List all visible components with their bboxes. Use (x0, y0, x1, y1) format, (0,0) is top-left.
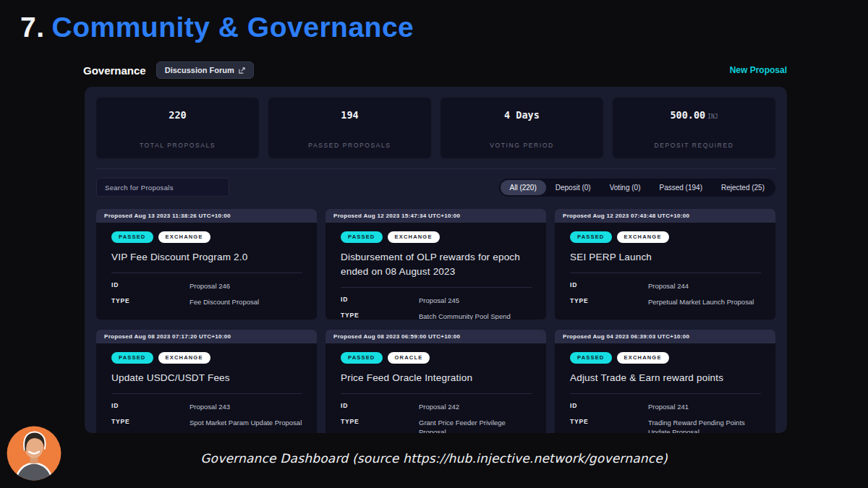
controls-row: All (220) Deposit (0) Voting (0) Passed … (96, 178, 775, 197)
proposal-card[interactable]: Proposed Aug 12 2023 07:43:48 UTC+10:00 … (555, 209, 775, 320)
status-badge: PASSED (570, 352, 612, 364)
divider (96, 168, 775, 169)
tab-rejected[interactable]: Rejected (25) (712, 180, 774, 195)
stat-value: 500.00 (670, 109, 705, 121)
proposal-card[interactable]: Proposed Aug 08 2023 07:17:20 UTC+10:00 … (96, 330, 317, 433)
status-badge: PASSED (341, 231, 383, 243)
stat-label: VOTING PERIOD (490, 142, 553, 149)
dashboard-header: Governance Discussion Forum New Proposal (72, 59, 796, 81)
type-label: TYPE (341, 312, 419, 319)
divider (111, 273, 302, 273)
divider (341, 393, 532, 394)
tab-deposit[interactable]: Deposit (0) (546, 180, 600, 195)
category-badge: EXCHANGE (617, 352, 669, 364)
type-label: TYPE (570, 297, 648, 304)
type-label: TYPE (570, 418, 648, 425)
proposal-date: Proposed Aug 12 2023 15:47:34 UTC+10:00 (326, 209, 546, 223)
new-proposal-link[interactable]: New Proposal (730, 65, 787, 75)
proposal-title: SEI PERP Launch (570, 250, 761, 265)
id-label: ID (111, 402, 190, 409)
slide-title-text: Community & Governance (52, 12, 414, 43)
proposal-card[interactable]: Proposed Aug 12 2023 15:47:34 UTC+10:00 … (326, 209, 546, 320)
proposal-type: Trading Reward Pending Points Update Pro… (648, 418, 761, 433)
divider (111, 393, 302, 394)
type-label: TYPE (341, 418, 419, 425)
id-label: ID (111, 281, 190, 288)
tab-voting[interactable]: Voting (0) (600, 180, 650, 195)
stat-deposit-required: 500.00INJ DEPOSIT REQUIRED (613, 98, 775, 158)
status-badge: PASSED (570, 231, 612, 243)
proposal-title: Update USDC/USDT Fees (111, 371, 302, 385)
proposal-type: Fee Discount Proposal (190, 297, 302, 307)
divider (570, 393, 761, 394)
proposals-grid: Proposed Aug 13 2023 11:38:26 UTC+10:00 … (96, 209, 775, 433)
proposal-id: Proposal 246 (190, 281, 302, 291)
page-title: Governance (83, 64, 146, 77)
proposal-title: VIP Fee Discount Program 2.0 (111, 250, 302, 265)
filter-tabs: All (220) Deposit (0) Voting (0) Passed … (499, 179, 775, 197)
slide-caption: Governance Dashboard (source https://hub… (0, 451, 868, 466)
category-badge: EXCHANGE (388, 231, 440, 243)
stat-total-proposals: 220 TOTAL PROPOSALS (96, 98, 259, 158)
id-label: ID (570, 281, 648, 288)
type-label: TYPE (111, 297, 190, 304)
status-badge: PASSED (341, 352, 383, 364)
category-badge: EXCHANGE (617, 231, 669, 243)
proposal-type: Batch Community Pool Spend Proposal (419, 312, 532, 320)
status-badge: PASSED (111, 352, 153, 364)
divider (570, 273, 761, 273)
proposal-title: Adjust Trade & Earn reward points (570, 371, 761, 385)
proposal-type: Grant Price Feeder Privilege Proposal (419, 418, 532, 433)
tab-passed[interactable]: Passed (194) (650, 180, 711, 195)
proposal-id: Proposal 242 (419, 402, 532, 411)
stat-voting-period: 4 Days VOTING PERIOD (441, 98, 603, 158)
proposal-date: Proposed Aug 12 2023 07:43:48 UTC+10:00 (555, 209, 775, 223)
type-label: TYPE (111, 418, 190, 425)
proposal-id: Proposal 244 (648, 281, 761, 291)
proposal-title: Price Feed Oracle Integration (341, 371, 532, 385)
stats-row: 220 TOTAL PROPOSALS 194 PASSED PROPOSALS… (96, 98, 775, 158)
stat-value: 220 (169, 109, 186, 121)
governance-dashboard: Governance Discussion Forum New Proposal… (72, 59, 796, 433)
proposal-title: Disbursement of OLP rewards for epoch en… (341, 250, 532, 280)
slide-number: 7. (20, 12, 45, 43)
id-label: ID (341, 402, 419, 409)
id-label: ID (341, 296, 419, 303)
proposal-id: Proposal 241 (648, 402, 761, 411)
proposal-date: Proposed Aug 04 2023 06:39:03 UTC+10:00 (555, 330, 775, 343)
category-badge: EXCHANGE (158, 352, 210, 364)
external-link-icon (239, 67, 245, 74)
status-badge: PASSED (111, 231, 153, 243)
discussion-forum-button[interactable]: Discussion Forum (156, 61, 254, 79)
id-label: ID (570, 402, 648, 409)
discussion-forum-label: Discussion Forum (165, 66, 234, 74)
proposal-card[interactable]: Proposed Aug 08 2023 06:59:00 UTC+10:00 … (326, 330, 546, 433)
category-badge: EXCHANGE (158, 231, 210, 243)
dashboard-panel: 220 TOTAL PROPOSALS 194 PASSED PROPOSALS… (85, 87, 787, 433)
proposal-date: Proposed Aug 08 2023 07:17:20 UTC+10:00 (96, 330, 317, 343)
proposal-type: Spot Market Param Update Proposal (190, 418, 302, 427)
stat-passed-proposals: 194 PASSED PROPOSALS (268, 98, 431, 158)
stat-unit: INJ (707, 114, 718, 120)
stat-label: DEPOSIT REQUIRED (655, 142, 734, 149)
stat-value: 4 Days (504, 109, 540, 121)
tab-all[interactable]: All (220) (501, 180, 546, 195)
slide-title: 7.Community & Governance (20, 12, 414, 43)
proposal-id: Proposal 243 (190, 402, 302, 411)
proposal-date: Proposed Aug 08 2023 06:59:00 UTC+10:00 (326, 330, 546, 343)
proposal-card[interactable]: Proposed Aug 04 2023 06:39:03 UTC+10:00 … (555, 330, 775, 433)
search-input[interactable] (96, 178, 229, 197)
stat-label: PASSED PROPOSALS (308, 142, 391, 149)
proposal-type: Perpetual Market Launch Proposal (648, 297, 761, 307)
stat-value: 194 (341, 109, 358, 121)
category-badge: ORACLE (388, 352, 430, 364)
proposal-card[interactable]: Proposed Aug 13 2023 11:38:26 UTC+10:00 … (96, 209, 317, 320)
stat-label: TOTAL PROPOSALS (140, 142, 216, 149)
proposal-date: Proposed Aug 13 2023 11:38:26 UTC+10:00 (96, 209, 317, 223)
proposal-id: Proposal 245 (419, 296, 532, 305)
divider (341, 287, 532, 288)
